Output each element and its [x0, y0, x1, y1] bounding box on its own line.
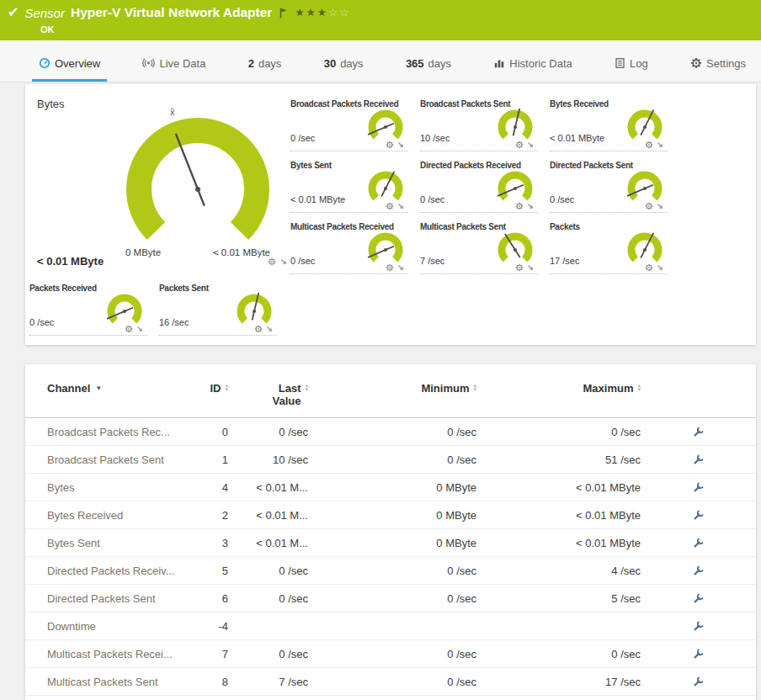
channel-gauge-value: < 0.01 MByte — [550, 133, 604, 143]
gauge-tile[interactable]: Bytes Sent< 0.01 MByte — [290, 161, 408, 213]
gauge-settings-icon[interactable] — [515, 263, 524, 272]
gauge-pin-icon[interactable] — [396, 202, 405, 210]
edit-channel-button[interactable] — [641, 648, 756, 660]
edit-channel-button[interactable] — [641, 453, 756, 465]
gauge-settings-icon[interactable] — [386, 141, 394, 149]
main-gauge[interactable] — [114, 105, 282, 257]
channel-name[interactable]: Directed Packets Sent — [47, 592, 190, 605]
gauge-pin-icon[interactable] — [265, 325, 274, 333]
edit-channel-button[interactable] — [641, 620, 756, 632]
edit-channel-button[interactable] — [641, 426, 756, 438]
tab-number: 30 — [324, 57, 336, 70]
gauge-settings-icon[interactable] — [268, 257, 276, 266]
tab-overview[interactable]: Overview — [32, 54, 107, 82]
tab-number: 365 — [406, 57, 424, 70]
tab-live-data[interactable]: Live Data — [136, 54, 212, 82]
column-label: Maximum — [583, 382, 634, 395]
flag-icon[interactable] — [279, 8, 287, 19]
channel-id: 3 — [190, 537, 228, 549]
channel-minimum: 0 MByte — [308, 509, 476, 522]
channel-maximum: < 0.01 MByte — [476, 481, 641, 494]
tab-historic-data[interactable]: Historic Data — [487, 54, 578, 82]
priority-stars[interactable]: ★★★☆☆ — [295, 8, 350, 18]
channel-maximum: 4 /sec — [476, 565, 641, 577]
channel-gauge-value: 0 /sec — [550, 194, 574, 204]
column-header-channel[interactable]: Channel▼ — [47, 382, 190, 395]
star-filled-icon: ★ — [295, 7, 306, 19]
tab-30-days[interactable]: 30days — [317, 54, 370, 82]
channel-table: Channel▼ID▴▾Last Value▴▾Minimum▴▾Maximum… — [25, 364, 756, 696]
gauge-pin-icon[interactable] — [279, 257, 288, 266]
star-filled-icon: ★ — [317, 7, 328, 19]
edit-channel-button[interactable] — [641, 565, 756, 576]
gauge-tile[interactable]: Packets Sent16 /sec — [159, 284, 277, 336]
gauge-pin-icon[interactable] — [136, 325, 144, 333]
gauge-tile[interactable]: Directed Packets Sent0 /sec — [550, 161, 668, 213]
gauge-tile[interactable]: Broadcast Packets Sent10 /sec — [420, 99, 538, 151]
channel-name[interactable]: Multicast Packets Recei... — [47, 648, 190, 660]
gauge-pin-icon[interactable] — [526, 202, 535, 210]
gauge-pin-icon[interactable] — [656, 263, 664, 272]
channel-name[interactable]: Broadcast Packets Rec... — [47, 426, 190, 438]
gauge-settings-icon[interactable] — [645, 202, 653, 210]
gauge-tile[interactable]: Multicast Packets Received0 /sec — [290, 222, 408, 274]
tab-label: Settings — [706, 57, 746, 70]
gauge-tile[interactable]: Directed Packets Received0 /sec — [420, 161, 538, 213]
gauge-tile[interactable]: Multicast Packets Sent7 /sec — [420, 222, 538, 274]
tab-label: days — [258, 57, 281, 70]
gauge-pin-icon[interactable] — [396, 263, 405, 272]
star-empty-icon: ☆ — [339, 7, 350, 19]
channel-name[interactable]: Multicast Packets Sent — [47, 676, 190, 688]
column-header-last-value[interactable]: Last Value▴▾ — [228, 382, 308, 407]
tab-label: Overview — [55, 57, 100, 70]
table-row: Directed Packets Receiv...50 /sec0 /sec4… — [25, 557, 756, 585]
gauge-settings-icon[interactable] — [386, 263, 394, 272]
edit-channel-button[interactable] — [641, 509, 756, 521]
channel-minimum: 0 /sec — [308, 453, 476, 466]
gauge-pin-icon[interactable] — [656, 141, 664, 149]
gauge-settings-icon[interactable] — [254, 325, 263, 333]
tab-number: 2 — [248, 57, 254, 70]
gauge-tile[interactable]: Packets Received0 /sec — [29, 284, 147, 336]
channel-maximum: < 0.01 MByte — [476, 537, 641, 549]
gauge-tile[interactable]: Broadcast Packets Received0 /sec — [290, 99, 408, 151]
gauge-tile[interactable]: Packets17 /sec — [550, 222, 668, 274]
column-header-minimum[interactable]: Minimum▴▾ — [308, 382, 476, 395]
main-gauge-scale: 0 MByte < 0.01 MByte — [114, 247, 282, 257]
edit-channel-button[interactable] — [641, 676, 756, 687]
channel-name[interactable]: Bytes Sent — [47, 537, 190, 549]
column-header-id[interactable]: ID▴▾ — [190, 382, 228, 395]
gauge-pin-icon[interactable] — [526, 141, 535, 149]
tab-label: Live Data — [159, 57, 205, 70]
channel-name[interactable]: Broadcast Packets Sent — [47, 453, 190, 466]
channel-last-value: 10 /sec — [228, 453, 308, 466]
gauge-settings-icon[interactable] — [386, 202, 394, 210]
gauge-pin-icon[interactable] — [526, 263, 535, 272]
tab-settings[interactable]: Settings — [684, 54, 753, 82]
edit-channel-button[interactable] — [641, 537, 756, 549]
gauge-settings-icon[interactable] — [645, 263, 653, 272]
channel-name[interactable]: Downtime — [47, 620, 190, 633]
gauge-settings-icon[interactable] — [515, 141, 524, 149]
gauge-settings-icon[interactable] — [645, 141, 653, 149]
channel-name[interactable]: Directed Packets Receiv... — [47, 565, 190, 577]
tab-2-days[interactable]: 2days — [242, 54, 289, 82]
sensor-title: Hyper-V Virtual Network Adapter — [71, 5, 272, 20]
gauge-settings-icon[interactable] — [515, 202, 524, 210]
channel-name[interactable]: Bytes — [47, 481, 190, 494]
gauge-settings-icon[interactable] — [125, 325, 133, 333]
tab-log[interactable]: Log — [608, 54, 655, 82]
channel-table-panel: Channel▼ID▴▾Last Value▴▾Minimum▴▾Maximum… — [25, 364, 756, 700]
gauge-pin-icon[interactable] — [656, 202, 664, 210]
gauge-tile[interactable]: Bytes Received< 0.01 MByte — [550, 99, 668, 151]
gauge-pin-icon[interactable] — [396, 141, 405, 149]
edit-channel-button[interactable] — [641, 592, 756, 604]
channel-name[interactable]: Bytes Received — [47, 509, 190, 522]
edit-channel-button[interactable] — [641, 481, 756, 493]
table-row: Multicast Packets Sent87 /sec0 /sec17 /s… — [25, 668, 756, 696]
sort-desc-icon: ▼ — [95, 384, 102, 392]
table-row: Directed Packets Sent60 /sec0 /sec5 /sec — [25, 585, 756, 612]
tab-365-days[interactable]: 365days — [399, 54, 458, 82]
column-header-maximum[interactable]: Maximum▴▾ — [476, 382, 641, 395]
channel-maximum: 51 /sec — [476, 453, 641, 466]
